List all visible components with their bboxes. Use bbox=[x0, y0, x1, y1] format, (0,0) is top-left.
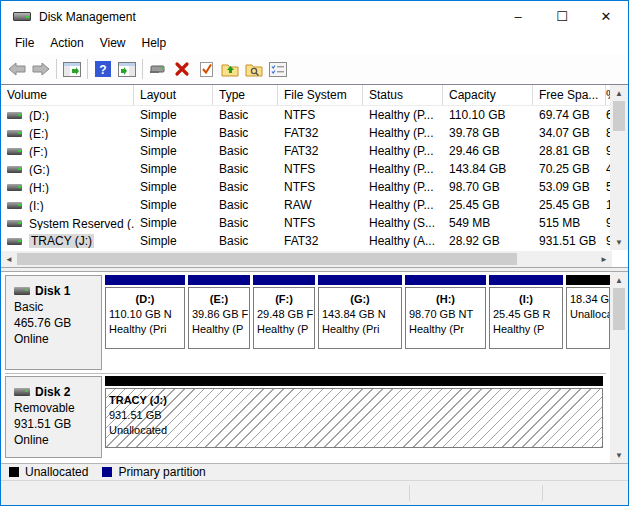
disk-kind: Basic bbox=[14, 299, 95, 315]
table-row-system-reserved[interactable]: System Reserved (... Simple Basic NTFS H… bbox=[1, 214, 628, 232]
table-row-h[interactable]: (H:) Simple Basic NTFS Healthy (P... 98.… bbox=[1, 178, 628, 196]
partition-d[interactable]: (D:) 110.10 GB N Healthy (Pri bbox=[105, 275, 185, 370]
cell-file-system: NTFS bbox=[278, 216, 363, 230]
scroll-left-icon[interactable]: ◄ bbox=[1, 251, 17, 267]
list-vertical-scrollbar[interactable]: ▲ ▼ bbox=[610, 85, 628, 250]
folder-up-button[interactable] bbox=[218, 57, 242, 81]
disk-pane-vertical-scrollbar[interactable]: ▲ ▼ bbox=[610, 272, 628, 463]
partition-h[interactable]: (H:) 98.70 GB NT Healthy (Pr bbox=[405, 275, 486, 370]
scrollbar-thumb[interactable] bbox=[17, 253, 517, 265]
list-horizontal-scrollbar[interactable]: ◄ ► bbox=[1, 251, 612, 267]
partition-label: (I:) bbox=[493, 292, 559, 307]
status-bar bbox=[1, 480, 628, 505]
scrollbar-thumb[interactable] bbox=[613, 101, 625, 131]
back-icon bbox=[8, 62, 26, 76]
close-button[interactable]: ✕ bbox=[584, 1, 628, 32]
toolbar-separator bbox=[142, 59, 143, 79]
legend-unallocated: Unallocated bbox=[9, 465, 88, 479]
title-bar: Disk Management – ☐ ✕ bbox=[1, 1, 628, 32]
partition-g[interactable]: (G:) 143.84 GB N Healthy (Pri bbox=[318, 275, 402, 370]
device-view-button[interactable] bbox=[146, 57, 170, 81]
table-row-e[interactable]: (E:) Simple Basic FAT32 Healthy (P... 39… bbox=[1, 124, 628, 142]
properties-list-button[interactable] bbox=[266, 57, 290, 81]
forward-icon bbox=[32, 62, 50, 76]
scroll-down-icon[interactable]: ▼ bbox=[610, 447, 628, 463]
cell-status: Healthy (A... bbox=[363, 234, 443, 248]
cell-status: Healthy (P... bbox=[363, 180, 443, 194]
delete-button[interactable] bbox=[170, 57, 194, 81]
unallocated-swatch-icon bbox=[9, 467, 19, 477]
cell-status: Healthy (P... bbox=[363, 126, 443, 140]
partition-size: 18.34 GB bbox=[570, 292, 606, 307]
menu-help[interactable]: Help bbox=[134, 34, 175, 52]
scroll-right-icon[interactable]: ► bbox=[596, 251, 612, 267]
table-row-i[interactable]: (I:) Simple Basic RAW Healthy (P... 25.4… bbox=[1, 196, 628, 214]
disk-kind: Removable bbox=[14, 400, 95, 416]
primary-partition-bar bbox=[188, 275, 250, 285]
column-header-status[interactable]: Status bbox=[363, 85, 443, 105]
folder-search-button[interactable] bbox=[242, 57, 266, 81]
scrollbar-thumb[interactable] bbox=[613, 288, 625, 330]
column-header-volume[interactable]: Volume bbox=[1, 85, 134, 105]
menu-action[interactable]: Action bbox=[42, 34, 91, 52]
cell-type: Basic bbox=[213, 180, 278, 194]
cell-type: Basic bbox=[213, 234, 278, 248]
maximize-button[interactable]: ☐ bbox=[540, 1, 584, 32]
volume-list-pane: Volume Layout Type File System Status Ca… bbox=[1, 85, 628, 267]
partition-status: Healthy (Pri bbox=[109, 322, 181, 337]
volume-name: System Reserved (... bbox=[29, 216, 134, 230]
back-button[interactable] bbox=[5, 57, 29, 81]
primary-partition-bar bbox=[105, 275, 185, 285]
partition-i[interactable]: (I:) 25.45 GB R Healthy (P bbox=[489, 275, 563, 370]
cell-capacity: 110.10 GB bbox=[443, 108, 533, 122]
table-row-f[interactable]: (F:) Simple Basic FAT32 Healthy (P... 29… bbox=[1, 142, 628, 160]
cell-file-system: RAW bbox=[278, 198, 363, 212]
partition-size: 143.84 GB N bbox=[322, 307, 398, 322]
unallocated-block-disk2[interactable]: TRACY (J:) 931.51 GB Unallocated bbox=[105, 376, 603, 458]
column-header-free-space[interactable]: Free Spa... bbox=[533, 85, 606, 105]
disk-1-blocks: (D:) 110.10 GB N Healthy (Pri (E:) 39.86… bbox=[105, 275, 613, 370]
volume-icon bbox=[7, 166, 22, 173]
scroll-up-icon[interactable]: ▲ bbox=[610, 272, 628, 288]
list-header: Volume Layout Type File System Status Ca… bbox=[1, 85, 628, 106]
cell-file-system: FAT32 bbox=[278, 126, 363, 140]
column-header-layout[interactable]: Layout bbox=[134, 85, 213, 105]
check-document-button[interactable] bbox=[194, 57, 218, 81]
volume-icon bbox=[7, 112, 22, 119]
status-separator bbox=[542, 485, 543, 501]
scroll-down-icon[interactable]: ▼ bbox=[610, 234, 628, 250]
cell-status: Healthy (P... bbox=[363, 198, 443, 212]
partition-label: TRACY (J:) bbox=[109, 393, 599, 408]
cell-file-system: FAT32 bbox=[278, 144, 363, 158]
column-header-type[interactable]: Type bbox=[213, 85, 278, 105]
show-console-tree-button[interactable] bbox=[60, 57, 84, 81]
cell-type: Basic bbox=[213, 126, 278, 140]
table-row-g[interactable]: (G:) Simple Basic NTFS Healthy (P... 143… bbox=[1, 160, 628, 178]
partition-status: Healthy (P bbox=[493, 322, 559, 337]
disk-name: Disk 1 bbox=[35, 283, 70, 299]
unallocated-block-disk1[interactable]: 18.34 GB Unallocated bbox=[566, 275, 610, 370]
primary-partition-bar bbox=[318, 275, 402, 285]
forward-button[interactable] bbox=[29, 57, 53, 81]
disk-2-label-panel[interactable]: Disk 2 Removable 931.51 GB Online bbox=[5, 376, 102, 458]
scroll-up-icon[interactable]: ▲ bbox=[610, 85, 628, 101]
delete-icon bbox=[174, 61, 190, 77]
disk-1-label-panel[interactable]: Disk 1 Basic 465.76 GB Online bbox=[5, 275, 102, 370]
cell-capacity: 28.92 GB bbox=[443, 234, 533, 248]
legend-label: Primary partition bbox=[118, 465, 205, 479]
minimize-button[interactable]: – bbox=[496, 1, 540, 32]
volume-icon bbox=[7, 184, 22, 191]
menu-view[interactable]: View bbox=[92, 34, 134, 52]
column-header-file-system[interactable]: File System bbox=[278, 85, 363, 105]
disk-icon bbox=[14, 388, 30, 396]
partition-f[interactable]: (F:) 29.48 GB F Healthy (P bbox=[253, 275, 315, 370]
partition-status: Unallocated bbox=[570, 307, 606, 322]
disk-graphical-pane: Disk 1 Basic 465.76 GB Online (D:) 110.1… bbox=[1, 272, 628, 463]
partition-e[interactable]: (E:) 39.86 GB F Healthy (P bbox=[188, 275, 250, 370]
column-header-capacity[interactable]: Capacity bbox=[443, 85, 533, 105]
show-action-pane-button[interactable] bbox=[115, 57, 139, 81]
table-row-tracy[interactable]: TRACY (J:) Simple Basic FAT32 Healthy (A… bbox=[1, 232, 628, 250]
help-button[interactable]: ? bbox=[91, 57, 115, 81]
menu-file[interactable]: File bbox=[7, 34, 42, 52]
table-row-d[interactable]: (D:) Simple Basic NTFS Healthy (P... 110… bbox=[1, 106, 628, 124]
